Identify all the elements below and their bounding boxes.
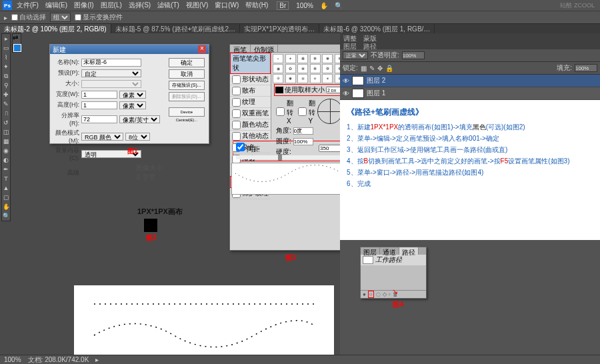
eraser-tool[interactable]: ◫ [2,127,10,137]
flipy-check[interactable] [298,107,307,116]
layer-row-1[interactable]: 👁图层 1 [340,87,600,100]
path-to-sel-icon[interactable]: ◌ [376,291,381,297]
crop-tool[interactable]: ⧉ [2,71,10,81]
layer-row-2[interactable]: 👁图层 2 [340,75,600,87]
spacing-slider[interactable] [236,155,341,159]
move-tool[interactable]: ▸ [2,34,10,43]
pp-layers-tab[interactable]: 图层 [361,247,380,255]
doc-tab-2[interactable]: 未标题-5 @ 87.5% (路径+笔刷画虚线2… [111,24,240,33]
make-path-icon[interactable]: ◇ [383,291,387,297]
height-field[interactable] [81,101,117,109]
lock-all-icon[interactable]: 🔒 [385,65,393,72]
layer-thumb[interactable] [352,76,364,85]
path-select-tool[interactable]: ▲ [2,183,10,193]
visibility-icon[interactable]: 👁 [343,90,349,97]
res-unit[interactable]: 像素/英寸 [119,115,160,123]
angle-widget[interactable] [317,99,343,124]
eyedropper-tool[interactable]: ⚲ [2,81,10,90]
other-dynamics[interactable]: 其他动态 [230,131,271,142]
hand-tool[interactable]: ✋ [2,202,10,211]
paths-tab[interactable]: 路径 [360,41,380,49]
width-field[interactable] [81,91,117,99]
brush-cell[interactable]: ✺ [322,54,333,63]
stroke-path-icon[interactable]: ○ [368,291,374,298]
spacing-check[interactable]: 间距 [236,143,260,154]
doc-tab-3[interactable]: 实现PX*1PX的透明布… [240,24,319,33]
round-field[interactable] [293,138,313,145]
color-dynamics[interactable]: 颜色动态 [230,119,271,131]
brush-cell[interactable]: ✲ [297,74,308,83]
heal-tool[interactable]: ✚ [2,90,10,99]
hand-icon[interactable]: ✋ [318,2,330,9]
menu-window[interactable]: 窗口(W) [213,1,241,10]
zoom-status[interactable]: 100% [4,356,21,363]
brush-cell[interactable]: ✾ [310,64,321,73]
layers-tab[interactable]: 图层 [340,41,360,49]
cancel-button[interactable]: 取消 [169,69,205,79]
layer-name[interactable]: 图层 2 [367,76,385,85]
menu-file[interactable]: 文件(F) [15,1,41,10]
device-central-button[interactable]: Device Central(E)... [169,107,205,117]
menu-edit[interactable]: 编辑(E) [43,1,69,10]
gradient-tool[interactable]: ▦ [2,137,10,146]
visibility-icon[interactable]: 👁 [343,77,349,85]
wand-tool[interactable]: ✦ [2,62,10,71]
dodge-tool[interactable]: ◐ [2,155,10,165]
brush-tip-shape[interactable]: 画笔笔尖形状 [230,53,271,74]
blur-tool[interactable]: ◉ [2,146,10,155]
save-preset-button[interactable]: 存储预设(S)... [169,81,205,90]
adjust-tab[interactable]: 调整 [340,33,360,41]
adv-label[interactable]: 高级 [54,169,79,177]
brush-cell[interactable]: ✱ [285,74,296,83]
brush-cell[interactable]: ※ [273,74,283,83]
lasso-tool[interactable]: ⌇ [2,53,10,62]
status-arrow-icon[interactable]: ▸ [95,356,99,363]
menu-filter[interactable]: 滤镜(T) [155,1,181,10]
zoom-display[interactable]: 100% [294,2,315,9]
doc-tab-4[interactable]: 未标题-6 @ 3200% (图层 1, RGB/… [319,24,435,33]
foreground-swatch[interactable] [13,44,21,52]
dual-brush[interactable]: 双重画笔 [230,108,271,119]
bridge-button[interactable]: Br [277,1,289,10]
show-transform-check[interactable]: 显示变换控件 [75,13,123,22]
menu-select[interactable]: 选择(S) [127,1,153,10]
dialog-titlebar[interactable]: 新建 × [50,45,209,54]
clone-tab[interactable]: 仿制源 [251,45,278,52]
brush-cell[interactable]: ✦ [285,54,296,63]
layer-name[interactable]: 图层 1 [367,89,385,98]
type-tool[interactable]: T [2,174,10,183]
brush-cell[interactable]: ◉ [273,64,283,73]
path-thumb[interactable] [363,256,373,264]
lock-move-icon[interactable]: ✥ [377,65,383,72]
fill-path-icon[interactable]: ● [363,291,366,297]
brush-cell[interactable]: ✿ [285,64,296,73]
brush-cell[interactable]: ❋ [310,54,321,63]
doc-tab-1[interactable]: 未标题-2 @ 100% (图层 2, RGB/8) [0,24,111,33]
swap-colors-icon[interactable]: ⇄ [13,34,21,41]
mode-select[interactable]: RGB 颜色 [81,133,123,141]
flipx-check[interactable] [276,107,285,116]
lock-trans-icon[interactable]: ▦ [361,65,367,72]
lock-paint-icon[interactable]: ✎ [369,65,375,72]
opacity-field[interactable] [402,51,425,59]
bit-select[interactable]: 8位 [125,133,150,141]
auto-select-target[interactable]: 组 [50,13,71,22]
pp-paths-tab[interactable]: 路径 [399,247,419,255]
blend-mode[interactable]: 正常 [343,51,368,59]
texture[interactable]: 纹理 [230,97,271,108]
menu-view[interactable]: 视图(V) [184,1,210,10]
pp-channels-tab[interactable]: 通道 [380,247,399,255]
mask-tab[interactable]: 蒙版 [360,33,380,41]
menu-help[interactable]: 帮助(H) [243,1,270,10]
spacing-field[interactable] [319,145,341,152]
brush-cell[interactable]: ❁ [322,64,333,73]
menu-image[interactable]: 图像(I) [72,1,95,10]
marquee-tool[interactable]: ▭ [2,43,10,53]
brush-tab[interactable]: 画笔 [230,45,251,52]
brush-cell[interactable]: ✴ [322,74,333,83]
width-unit[interactable]: 像素 [119,91,146,99]
work-path-row[interactable]: 工作路径 [361,255,426,265]
brush-cell[interactable]: ✽ [297,54,308,63]
auto-select-check[interactable]: 自动选择 [11,13,46,22]
del-preset-button[interactable]: 删除预设(D)... [169,92,205,101]
